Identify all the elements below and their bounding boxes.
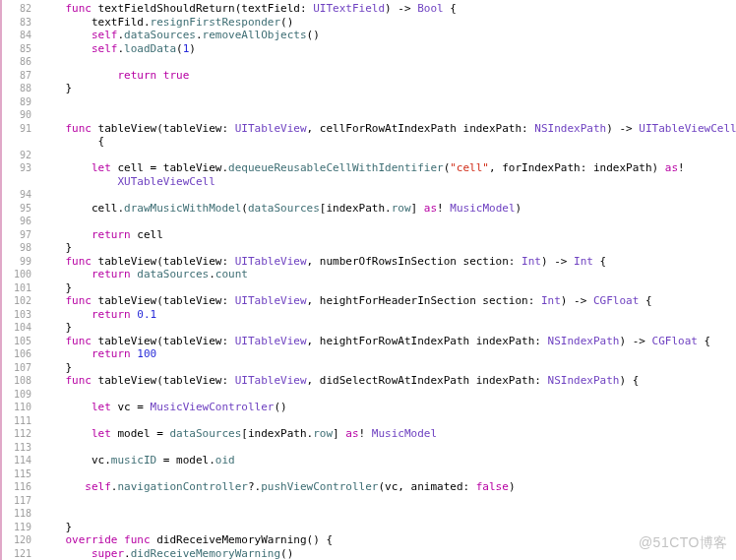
line-number-gutter: 8283848586878889909192939495969798991001… xyxy=(2,0,39,560)
code-line[interactable] xyxy=(39,388,736,402)
code-line[interactable] xyxy=(39,507,736,521)
line-number: 111 xyxy=(2,414,31,428)
line-number xyxy=(2,175,31,189)
code-line[interactable]: } xyxy=(39,361,736,375)
code-line[interactable] xyxy=(39,441,736,455)
code-line[interactable] xyxy=(39,55,736,69)
line-number: 119 xyxy=(2,521,31,534)
code-line[interactable]: func tableView(tableView: UITableView, d… xyxy=(39,374,736,388)
line-number: 105 xyxy=(2,335,31,348)
line-number: 104 xyxy=(2,321,31,335)
line-number: 89 xyxy=(2,95,31,109)
line-number: 94 xyxy=(2,188,31,202)
line-number: 99 xyxy=(2,255,31,269)
code-line[interactable]: { xyxy=(39,135,736,149)
code-line[interactable]: textFild.resignFirstResponder() xyxy=(39,16,736,30)
line-number: 120 xyxy=(2,533,31,547)
code-line[interactable]: let cell = tableView.dequeueReusableCell… xyxy=(39,161,736,175)
line-number: 100 xyxy=(2,268,31,281)
line-number: 86 xyxy=(2,55,31,69)
line-number: 116 xyxy=(2,480,31,494)
code-line[interactable]: return dataSources.count xyxy=(39,268,736,281)
code-line[interactable] xyxy=(39,494,736,508)
line-number: 87 xyxy=(2,69,31,83)
line-number: 84 xyxy=(2,29,31,42)
code-line[interactable]: return true xyxy=(39,69,736,83)
code-line[interactable]: func tableView(tableView: UITableView, n… xyxy=(39,255,736,269)
line-number: 103 xyxy=(2,308,31,322)
line-number: 95 xyxy=(2,202,31,216)
code-line[interactable] xyxy=(39,215,736,228)
code-line[interactable] xyxy=(39,149,736,162)
code-line[interactable]: } xyxy=(39,281,736,295)
code-line[interactable]: super.didReceiveMemoryWarning() xyxy=(39,547,736,561)
line-number: 101 xyxy=(2,281,31,295)
code-line[interactable]: return 100 xyxy=(39,347,736,361)
code-line[interactable]: func textFieldShouldReturn(textField: UI… xyxy=(39,2,736,16)
code-line[interactable]: } xyxy=(39,82,736,95)
line-number xyxy=(2,135,31,149)
line-number: 98 xyxy=(2,241,31,255)
code-line[interactable] xyxy=(39,414,736,428)
line-number: 90 xyxy=(2,108,31,122)
line-number: 88 xyxy=(2,82,31,95)
line-number: 97 xyxy=(2,228,31,242)
line-number: 121 xyxy=(2,547,31,561)
line-number: 82 xyxy=(2,2,31,16)
code-line[interactable]: let vc = MusicViewController() xyxy=(39,401,736,414)
code-line[interactable]: func tableView(tableView: UITableView, h… xyxy=(39,294,736,308)
line-number: 107 xyxy=(2,361,31,375)
code-content[interactable]: func textFieldShouldReturn(textField: UI… xyxy=(39,0,736,560)
line-number: 115 xyxy=(2,467,31,481)
code-line[interactable]: XUTableViewCell xyxy=(39,175,736,189)
line-number: 96 xyxy=(2,215,31,228)
code-line[interactable]: self.dataSources.removeAllObjects() xyxy=(39,29,736,42)
line-number: 112 xyxy=(2,427,31,441)
code-editor[interactable]: 8283848586878889909192939495969798991001… xyxy=(2,0,736,560)
line-number: 108 xyxy=(2,374,31,388)
code-line[interactable]: } xyxy=(39,241,736,255)
code-line[interactable]: self.navigationController?.pushViewContr… xyxy=(39,480,736,494)
watermark: @51CTO博客 xyxy=(639,534,728,552)
line-number: 102 xyxy=(2,294,31,308)
code-line[interactable]: } xyxy=(39,521,736,534)
code-line[interactable]: func tableView(tableView: UITableView, c… xyxy=(39,122,736,136)
code-line[interactable]: override func didReceiveMemoryWarning() … xyxy=(39,533,736,547)
line-number: 106 xyxy=(2,347,31,361)
line-number: 91 xyxy=(2,122,31,136)
code-line[interactable] xyxy=(39,108,736,122)
code-line[interactable] xyxy=(39,95,736,109)
code-line[interactable]: return cell xyxy=(39,228,736,242)
code-line[interactable]: let model = dataSources[indexPath.row] a… xyxy=(39,427,736,441)
code-line[interactable]: return 0.1 xyxy=(39,308,736,322)
line-number: 114 xyxy=(2,454,31,467)
code-line[interactable] xyxy=(39,467,736,481)
line-number: 83 xyxy=(2,16,31,30)
line-number: 118 xyxy=(2,507,31,521)
line-number: 85 xyxy=(2,42,31,56)
line-number: 109 xyxy=(2,388,31,402)
line-number: 113 xyxy=(2,441,31,455)
code-line[interactable]: cell.drawMusicWithModel(dataSources[inde… xyxy=(39,202,736,216)
code-line[interactable]: self.loadData(1) xyxy=(39,42,736,56)
line-number: 110 xyxy=(2,401,31,414)
line-number: 117 xyxy=(2,494,31,508)
line-number: 92 xyxy=(2,149,31,162)
line-number: 93 xyxy=(2,161,31,175)
code-line[interactable]: vc.musicID = model.oid xyxy=(39,454,736,467)
code-line[interactable]: } xyxy=(39,321,736,335)
code-line[interactable]: func tableView(tableView: UITableView, h… xyxy=(39,335,736,348)
code-line[interactable] xyxy=(39,188,736,202)
